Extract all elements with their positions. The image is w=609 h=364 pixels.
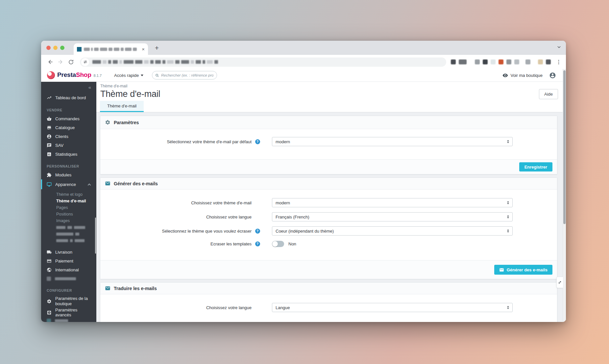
breadcrumb[interactable]: Thème d'e-mail	[96, 82, 566, 88]
search-input[interactable]	[161, 73, 213, 77]
tab-close-icon[interactable]: ×	[142, 47, 145, 52]
overwrite-templates-toggle[interactable]	[272, 241, 284, 247]
browser-tab[interactable]: ×	[74, 43, 148, 55]
version-label: 8.1.7	[94, 74, 102, 78]
mail-icon	[499, 267, 504, 272]
help-icon[interactable]: ?	[255, 139, 260, 144]
tab-search-chevron-icon[interactable]	[557, 45, 561, 51]
credit-card-icon	[47, 259, 52, 263]
browser-window: × +	[41, 41, 566, 322]
browser-menu-icon[interactable]: ⋮	[556, 59, 561, 65]
select-caret-icon	[507, 215, 509, 218]
select-caret-icon	[507, 140, 509, 143]
mail-icon	[105, 181, 110, 186]
sidebar-item-customers[interactable]: Clients	[41, 132, 96, 141]
window-controls	[46, 46, 64, 50]
translate-language-select[interactable]: Langue	[272, 303, 513, 312]
prestashop-logo-icon	[47, 71, 55, 79]
puzzle-icon	[47, 172, 52, 177]
overwrite-theme-label: Sélectionnez le thème que vous voulez éc…	[100, 229, 252, 234]
sidebar-item-modules[interactable]: Modules	[41, 171, 96, 179]
sidebar-subitem-images[interactable]: Images	[41, 217, 96, 224]
select-caret-icon	[507, 229, 509, 233]
help-button[interactable]: Aide	[539, 89, 558, 99]
sidebar-item-label: Paramètres de la boutique	[55, 296, 88, 307]
sidebar-item-orders[interactable]: Commandes	[41, 114, 96, 123]
generate-emails-button[interactable]: Générer des e-mails	[494, 265, 552, 275]
sidebar-item-stats[interactable]: Statistiques	[41, 150, 96, 159]
choose-theme-select[interactable]: modern	[272, 198, 513, 207]
account-icon[interactable]	[549, 72, 556, 79]
sidebar-item-international[interactable]: International	[41, 265, 96, 274]
overwrite-theme-select[interactable]: Coeur (indépendant du thème)	[272, 226, 513, 236]
sidebar-subitem-email-theme[interactable]: Thème d'e-mail	[41, 198, 96, 204]
reload-icon[interactable]	[67, 58, 75, 66]
sidebar-subitem-positions[interactable]: Positions	[41, 211, 96, 217]
translate-language-label: Choisissez votre langue	[100, 305, 252, 310]
new-tab-button[interactable]: +	[153, 44, 161, 52]
sidebar-item-label: Statistiques	[55, 152, 77, 157]
page-scrollbar[interactable]	[563, 69, 566, 322]
sidebar: « Tableau de bord VENDRE Commandes Catal…	[41, 82, 96, 322]
sidebar-item-catalog[interactable]: Catalogue	[41, 123, 96, 132]
sidebar-subitem-pages[interactable]: Pages	[41, 204, 96, 211]
sidebar-item-label: Livraison	[55, 250, 72, 255]
sidebar-scrollbar[interactable]	[95, 217, 96, 254]
view-shop-label: Voir ma boutique	[510, 73, 543, 78]
site-settings-icon[interactable]	[81, 58, 89, 66]
sidebar-item-payment[interactable]: Paiement	[41, 257, 96, 265]
save-button[interactable]: Enregistrer	[519, 162, 552, 171]
redacted-subitem	[41, 237, 96, 244]
sidebar-item-shop-parameters[interactable]: Paramètres de la boutique	[41, 295, 96, 308]
sidebar-section-configure: CONFIGURER	[41, 288, 96, 292]
choose-language-select[interactable]: Français (French)	[272, 212, 513, 221]
translate-panel-title: Traduire les e-mails	[114, 286, 157, 291]
forward-icon[interactable]	[56, 58, 65, 66]
view-shop-link[interactable]: Voir ma boutique	[502, 73, 543, 78]
sidebar-section-customize: PERSONNALISER	[41, 164, 96, 168]
mail-icon	[105, 285, 110, 291]
eye-icon	[502, 73, 508, 78]
settings-panel-footer: Enregistrer	[100, 159, 557, 174]
admin-search-box[interactable]	[152, 71, 217, 80]
page-header: Thème d'e-mail Thème d'e-mail Aide Thème…	[96, 82, 566, 112]
extension-icons[interactable]	[451, 59, 551, 64]
close-window-button[interactable]	[46, 46, 51, 50]
resize-handle[interactable]	[556, 277, 563, 288]
generate-panel-footer: Générer des e-mails	[100, 260, 557, 279]
redacted-sidebar-item	[41, 317, 96, 322]
sidebar-item-label: Commandes	[55, 116, 80, 121]
help-icon[interactable]: ?	[255, 229, 260, 234]
main-area: Thème d'e-mail Thème d'e-mail Aide Thème…	[96, 82, 566, 322]
sidebar-item-customer-service[interactable]: SAV	[41, 141, 96, 150]
page-title: Thème d'e-mail	[100, 89, 160, 99]
choose-theme-value: modern	[276, 200, 290, 205]
sidebar-collapse-icon[interactable]: «	[41, 82, 96, 91]
tab-email-theme[interactable]: Thème d'e-mail	[100, 101, 144, 112]
choose-theme-label: Choisissez votre thème d'e-mail	[100, 200, 252, 205]
sidebar-item-appearance[interactable]: Apparence	[41, 179, 96, 189]
sidebar-item-shipping[interactable]: Livraison	[41, 248, 96, 257]
globe-icon	[47, 267, 52, 272]
desktop-background: × +	[0, 0, 609, 364]
redacted-subitem	[41, 231, 96, 237]
sidebar-subitem-theme-logo[interactable]: Thème et logo	[41, 191, 96, 198]
chat-icon	[47, 143, 52, 148]
translate-language-value: Langue	[276, 305, 290, 310]
minimize-window-button[interactable]	[53, 46, 58, 50]
zoom-window-button[interactable]	[60, 46, 64, 50]
sidebar-item-advanced-parameters[interactable]: Paramètres avancés	[41, 308, 96, 317]
default-theme-select[interactable]: modern	[272, 137, 513, 146]
url-bar[interactable]	[80, 57, 446, 67]
bar-chart-icon	[47, 152, 52, 157]
settings-panel-header: Paramètres	[100, 116, 557, 129]
help-icon[interactable]: ?	[255, 241, 260, 246]
quick-access-dropdown[interactable]: Accès rapide	[114, 73, 143, 78]
truck-icon	[47, 250, 52, 255]
back-icon[interactable]	[46, 58, 54, 66]
sidebar-item-dashboard[interactable]: Tableau de bord	[41, 93, 96, 102]
search-icon	[155, 73, 159, 78]
browser-tab-strip: × +	[41, 41, 566, 55]
sidebar-item-label: Clients	[55, 134, 68, 139]
page-scrollbar-thumb[interactable]	[563, 70, 566, 224]
